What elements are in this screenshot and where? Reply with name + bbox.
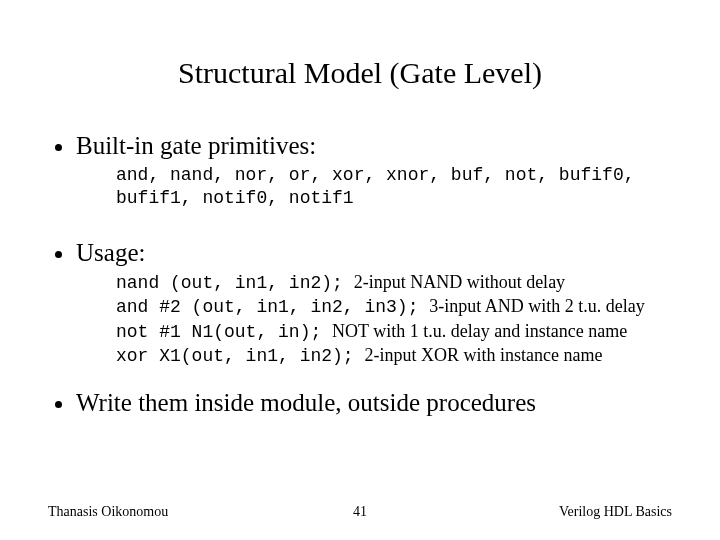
usage-text-3: NOT with 1 t.u. delay and instance name bbox=[332, 321, 627, 341]
slide: Structural Model (Gate Level) Built-in g… bbox=[0, 0, 720, 540]
usage-line-3: not #1 N1(out, in); NOT with 1 t.u. dela… bbox=[116, 320, 672, 344]
usage-block: nand (out, in1, in2); 2-input NAND witho… bbox=[116, 271, 672, 369]
footer: Thanasis Oikonomou 41 Verilog HDL Basics bbox=[48, 504, 672, 520]
footer-page-number: 41 bbox=[48, 504, 672, 520]
bullet-list: Built-in gate primitives: and, nand, nor… bbox=[48, 132, 672, 417]
usage-code-1: nand (out, in1, in2); bbox=[116, 273, 354, 293]
usage-text-2: 3-input AND with 2 t.u. delay bbox=[429, 296, 644, 316]
usage-code-2: and #2 (out, in1, in2, in3); bbox=[116, 297, 429, 317]
usage-line-2: and #2 (out, in1, in2, in3); 3-input AND… bbox=[116, 295, 672, 319]
bullet-write-inside-label: Write them inside module, outside proced… bbox=[76, 389, 536, 416]
usage-code-4: xor X1(out, in1, in2); bbox=[116, 346, 364, 366]
bullet-usage: Usage: nand (out, in1, in2); 2-input NAN… bbox=[76, 239, 672, 369]
usage-text-1: 2-input NAND without delay bbox=[354, 272, 565, 292]
bullet-write-inside: Write them inside module, outside proced… bbox=[76, 389, 672, 417]
bullet-primitives: Built-in gate primitives: and, nand, nor… bbox=[76, 132, 672, 209]
usage-line-1: nand (out, in1, in2); 2-input NAND witho… bbox=[116, 271, 672, 295]
bullet-usage-label: Usage: bbox=[76, 239, 145, 266]
slide-title: Structural Model (Gate Level) bbox=[48, 56, 672, 90]
usage-text-4: 2-input XOR with instance name bbox=[364, 345, 602, 365]
bullet-primitives-label: Built-in gate primitives: bbox=[76, 132, 316, 159]
primitives-code: and, nand, nor, or, xor, xnor, buf, not,… bbox=[116, 164, 672, 209]
usage-line-4: xor X1(out, in1, in2); 2-input XOR with … bbox=[116, 344, 672, 368]
usage-code-3: not #1 N1(out, in); bbox=[116, 322, 332, 342]
